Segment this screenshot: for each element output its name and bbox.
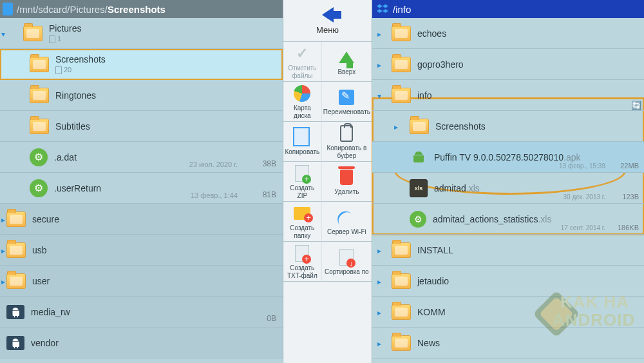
fold-icon <box>294 207 310 220</box>
left-row[interactable]: ▾Pictures1 <box>0 18 283 49</box>
left-row[interactable]: Subtitles <box>0 111 283 142</box>
tool-label: Карта диска <box>285 104 320 119</box>
pie-icon <box>294 85 310 102</box>
row-name: info <box>417 90 432 101</box>
row-name: Pictures <box>49 23 283 34</box>
left-row[interactable]: ⚙.a.dat23 июл. 2020 г.38B <box>0 142 283 173</box>
tool-pie[interactable]: Карта диска <box>283 82 322 122</box>
toolbar-header: Меню <box>283 0 372 42</box>
row-name: vendor <box>31 338 283 348</box>
right-row[interactable]: ▾info <box>372 80 644 111</box>
tool-copy[interactable]: Копировать <box>283 122 322 162</box>
folder-icon <box>392 335 411 351</box>
left-row[interactable]: media_rw0B <box>0 297 283 328</box>
tool-sort[interactable]: Сортировка по <box>322 242 372 282</box>
device-icon <box>3 3 13 15</box>
right-row[interactable]: ▸echoes <box>372 18 644 49</box>
row-name: echoes <box>417 28 446 39</box>
right-tree: 🔄 ▸echoes▸gopro3hero▾info▸ScreenshotsPuf… <box>372 18 644 363</box>
tool-wifi[interactable]: Сервер Wi-Fi <box>322 202 372 242</box>
tool-label: Переименовать <box>323 108 370 116</box>
row-name: admitad_actions_statistics.xls <box>433 214 551 224</box>
right-row[interactable]: ▸jetaudio <box>372 266 644 297</box>
row-name: Screenshots <box>435 121 486 132</box>
android-icon <box>6 305 24 319</box>
xls-icon: xls <box>410 179 428 197</box>
tool-trash[interactable]: Удалить <box>322 162 372 202</box>
left-row[interactable]: Screenshots20 <box>0 49 283 80</box>
right-row[interactable]: ▸Screenshots <box>372 111 644 142</box>
tool-label: Копировать <box>285 148 319 156</box>
expand-icon[interactable]: ▸ <box>377 339 381 348</box>
tool-label: Создать TXT-файл <box>285 264 320 279</box>
row-subcount: 1 <box>49 35 283 43</box>
right-row[interactable]: ⚙admitad_actions_statistics.xls17 сент. … <box>372 204 644 235</box>
folder-icon <box>6 273 26 289</box>
row-name: KOMM <box>417 307 446 317</box>
expand-icon[interactable]: ▾ <box>377 92 381 101</box>
tool-check[interactable]: Отметить файлы <box>283 42 322 82</box>
left-path-bar[interactable]: /mnt/sdcard/Pictures/Screenshots <box>0 0 283 18</box>
tool-label: Сортировка по <box>325 268 369 276</box>
dropbox-icon <box>376 3 389 15</box>
expand-icon[interactable]: ▸ <box>377 277 381 286</box>
right-row[interactable]: Puffin TV 9.0.0.50278.50278010.apk13 фев… <box>372 142 644 173</box>
tool-fold[interactable]: Создать папку <box>283 202 322 242</box>
left-row[interactable]: ⚙.userReturn13 февр., 1:4481B <box>0 173 283 204</box>
left-row[interactable]: vendor <box>0 328 283 358</box>
tool-up[interactable]: Вверх <box>322 42 372 82</box>
row-name: .a.dat <box>54 152 283 162</box>
tool-zip[interactable]: Создать ZIP <box>283 162 322 202</box>
tool-clip[interactable]: Копировать в буфер <box>322 122 372 162</box>
right-row[interactable]: ▸KOMM <box>372 297 644 328</box>
toolbar-panel: Меню Отметить файлыВверхКарта дискаПереи… <box>283 0 372 363</box>
right-row[interactable]: ▸gopro3hero <box>372 49 644 80</box>
row-name: INSTALL <box>417 245 453 255</box>
left-row[interactable]: Ringtones <box>0 80 283 111</box>
back-arrow-icon[interactable] <box>322 7 334 23</box>
expand-icon[interactable]: ▸ <box>377 61 381 70</box>
expand-icon[interactable]: ▸ <box>394 123 398 132</box>
folder-icon <box>6 211 26 227</box>
check-icon <box>294 45 310 62</box>
expand-icon[interactable]: ▾ <box>1 30 8 39</box>
expand-icon[interactable]: ▸ <box>377 308 381 317</box>
row-name: Puffin TV 9.0.0.50278.50278010.apk <box>434 152 581 162</box>
copy-icon <box>295 129 309 146</box>
folder-icon <box>30 57 49 72</box>
gear-icon: ⚙ <box>30 148 48 166</box>
right-row[interactable]: ▸INSTALL <box>372 235 644 266</box>
left-row[interactable]: ▸secure <box>0 204 283 235</box>
left-row[interactable]: ▸usb <box>0 235 283 266</box>
folder-icon <box>392 273 411 289</box>
folder-icon <box>392 57 411 72</box>
tool-grid: Отметить файлыВверхКарта дискаПереименов… <box>283 42 372 282</box>
row-date: 17 сент. 2014 г. <box>561 224 605 231</box>
row-date: 13 февр., 15:39 <box>559 162 605 170</box>
expand-icon[interactable]: ▸ <box>377 30 381 39</box>
tool-txt[interactable]: Создать TXT-файл <box>283 242 322 282</box>
tool-pencil[interactable]: Переименовать <box>322 82 372 122</box>
folder-icon <box>30 88 49 103</box>
folder-icon <box>392 242 411 258</box>
folder-icon <box>392 26 411 41</box>
pencil-icon <box>339 90 354 105</box>
folder-icon <box>6 242 26 258</box>
row-date: 23 июл. 2020 г. <box>189 161 238 168</box>
row-date: 30 дек. 2013 г. <box>564 193 605 201</box>
tool-label: Удалить <box>334 188 359 196</box>
right-panel: /info 🔄 ▸echoes▸gopro3hero▾info▸Screensh… <box>372 0 644 363</box>
trash-icon <box>340 170 353 185</box>
up-icon <box>339 52 354 63</box>
right-row[interactable]: ▸News <box>372 328 644 358</box>
sort-icon <box>339 249 354 266</box>
tool-label: Создать ZIP <box>285 184 320 199</box>
left-row[interactable]: ▸user <box>0 266 283 297</box>
right-path-bar[interactable]: /info <box>372 0 644 18</box>
folder-icon <box>23 26 43 41</box>
right-row[interactable]: xlsadmitad.xls30 дек. 2013 г.123B <box>372 173 644 204</box>
row-size: 123B <box>622 193 639 201</box>
expand-icon[interactable]: ▸ <box>377 246 381 255</box>
gear-icon: ⚙ <box>30 179 48 197</box>
path-current: Screenshots <box>108 4 166 15</box>
